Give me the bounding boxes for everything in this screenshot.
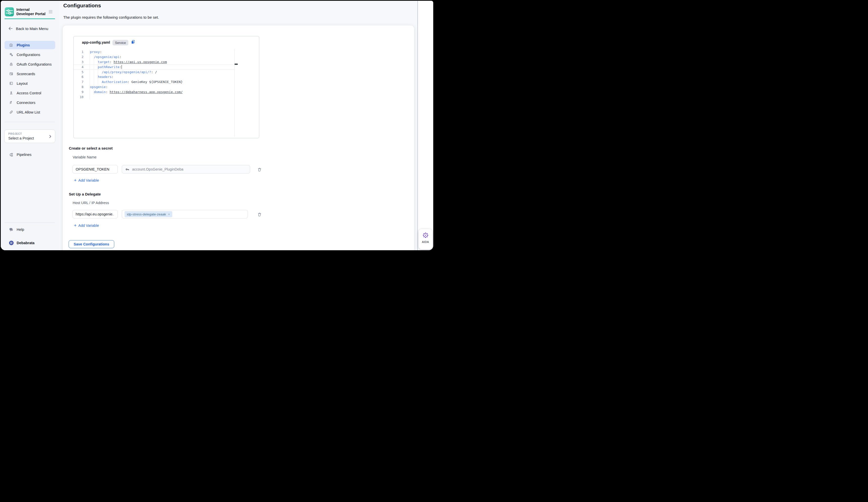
aida-label: AIDA bbox=[418, 240, 432, 244]
puzzle-icon bbox=[9, 43, 13, 47]
line-content: opsgenie: bbox=[90, 84, 108, 90]
brand-accent-rule bbox=[4, 18, 55, 19]
sidebar-item-plugins[interactable]: Plugins bbox=[4, 41, 55, 49]
delegate-tags-field[interactable]: idp-stress-delegate-zeaak × bbox=[122, 210, 248, 218]
key-icon bbox=[125, 167, 130, 172]
code-area[interactable]: 1proxy:2 /opsgenie/api:3 target: https:/… bbox=[74, 50, 259, 100]
person-icon bbox=[9, 91, 13, 95]
right-rail-divider bbox=[417, 1, 418, 250]
sidebar-item-layout[interactable]: Layout bbox=[4, 79, 55, 88]
secret-reference-value: account.OpsGenie_PluginDeba bbox=[132, 167, 183, 171]
code-line-6[interactable]: 6 headers: bbox=[74, 74, 234, 80]
aida-button[interactable]: AIDA bbox=[418, 229, 432, 249]
plus-icon: + bbox=[74, 178, 77, 183]
sidebar-item-oauth-configurations[interactable]: OAuth Configurations bbox=[4, 60, 55, 68]
help-label: Help bbox=[17, 227, 24, 232]
sidebar-item-configurations[interactable]: Configurations bbox=[4, 50, 55, 59]
variable-name-label: Variable Name bbox=[73, 155, 96, 159]
host-url-input[interactable] bbox=[72, 210, 118, 218]
scorecard-icon bbox=[9, 72, 13, 76]
code-line-10[interactable]: 10 bbox=[74, 95, 234, 100]
line-content: pathRewrite: bbox=[90, 64, 122, 70]
code-line-4[interactable]: 4 pathRewrite: bbox=[74, 64, 234, 70]
back-to-main-menu-label: Back to Main Menu bbox=[16, 27, 48, 31]
gears-icon bbox=[9, 52, 13, 57]
sidebar-item-pipelines[interactable]: Pipelines bbox=[4, 151, 55, 159]
line-number: 2 bbox=[74, 54, 83, 60]
arrow-left-icon bbox=[8, 26, 13, 31]
delete-delegate-row-button[interactable] bbox=[257, 212, 262, 217]
code-line-5[interactable]: 5 /api/proxy/opsgenie/api/?: / bbox=[74, 70, 234, 75]
code-line-3[interactable]: 3 target: https://api.us.opsgenie.com bbox=[74, 60, 234, 64]
line-number: 10 bbox=[74, 95, 83, 100]
sidebar-item-scorecards[interactable]: Scorecards bbox=[4, 70, 55, 78]
sidebar-item-url-allow-list[interactable]: URL Allow List bbox=[4, 108, 55, 116]
plus-icon: + bbox=[74, 223, 77, 228]
delegate-section-heading: Set Up a Delegate bbox=[69, 192, 101, 196]
editor-scroll-thumb[interactable] bbox=[235, 64, 238, 65]
page-subtitle: The plugin requires the following config… bbox=[63, 15, 159, 19]
app-window: Internal Developer Portal Back to Main M… bbox=[1, 1, 433, 250]
line-number: 9 bbox=[74, 90, 83, 95]
copy-icon[interactable] bbox=[131, 40, 135, 44]
page-title: Configurations bbox=[63, 2, 101, 9]
line-number: 7 bbox=[74, 80, 83, 84]
secret-section-heading: Create or select a secret bbox=[69, 146, 113, 150]
code-line-7[interactable]: 7 Authorization: GenieKey ${OPSGENIE_TOK… bbox=[74, 80, 234, 84]
line-content: headers: bbox=[90, 74, 114, 80]
delegate-tag-chip: idp-stress-delegate-zeaak × bbox=[125, 211, 172, 217]
editor-filename: app-config.yaml bbox=[82, 40, 110, 44]
user-name: Debabrata bbox=[17, 241, 34, 245]
project-selector[interactable]: PROJECT Select a Project bbox=[4, 130, 55, 143]
add-variable-button-delegate[interactable]: + Add Variable bbox=[74, 223, 99, 228]
add-variable-button-secret[interactable]: + Add Variable bbox=[74, 178, 99, 183]
line-content: proxy: bbox=[90, 50, 102, 54]
remove-tag-icon[interactable]: × bbox=[168, 212, 170, 216]
user-avatar: D bbox=[9, 240, 14, 246]
project-value: Select a Project bbox=[8, 136, 34, 140]
editor-scroll-track bbox=[234, 49, 235, 137]
project-label: PROJECT bbox=[8, 132, 22, 135]
sidebar-item-label: Layout bbox=[17, 81, 28, 85]
line-content: target: https://api.us.opsgenie.com bbox=[90, 60, 167, 64]
save-configurations-button[interactable]: Save Configurations bbox=[69, 240, 114, 248]
sidebar-item-connectors[interactable]: Connectors bbox=[4, 99, 55, 107]
pipelines-label: Pipelines bbox=[17, 153, 32, 157]
host-url-label: Host URL / IP Address bbox=[73, 201, 109, 205]
app-switcher-icon[interactable] bbox=[49, 10, 53, 14]
sidebar-nav: PluginsConfigurationsOAuth Configuration… bbox=[4, 41, 55, 117]
code-line-9[interactable]: 9 domain: https://debaharness.app.opsgen… bbox=[74, 90, 234, 95]
secret-reference-field[interactable]: account.OpsGenie_PluginDeba bbox=[122, 165, 250, 174]
sidebar-item-label: Configurations bbox=[17, 53, 40, 57]
app-title: Internal Developer Portal bbox=[17, 8, 48, 16]
lock-icon bbox=[9, 62, 13, 66]
code-line-8[interactable]: 8opsgenie: bbox=[74, 84, 234, 90]
user-menu[interactable]: D Debabrata bbox=[4, 239, 55, 247]
aida-flower-icon bbox=[422, 232, 429, 239]
sidebar-item-label: OAuth Configurations bbox=[17, 62, 52, 66]
code-line-1[interactable]: 1proxy: bbox=[74, 50, 234, 54]
line-number: 1 bbox=[74, 50, 83, 54]
help-chat-icon: ? bbox=[9, 227, 14, 232]
line-number: 6 bbox=[74, 74, 83, 80]
delete-secret-row-button[interactable] bbox=[257, 167, 262, 172]
help-button[interactable]: ? Help bbox=[4, 226, 55, 234]
variable-name-input[interactable] bbox=[72, 165, 118, 174]
line-content: domain: https://debaharness.app.opsgenie… bbox=[90, 90, 183, 95]
sidebar-item-access-control[interactable]: Access Control bbox=[4, 89, 55, 97]
sidebar-item-label: Access Control bbox=[17, 91, 41, 95]
line-content: Authorization: GenieKey ${OPSGENIE_TOKEN… bbox=[90, 80, 183, 84]
sidebar-item-label: Scorecards bbox=[17, 72, 35, 76]
sidebar-item-label: Connectors bbox=[17, 101, 35, 105]
svg-text:?: ? bbox=[10, 228, 11, 230]
line-number: 4 bbox=[74, 64, 83, 70]
text-cursor bbox=[122, 65, 122, 69]
chevron-right-icon bbox=[48, 134, 52, 139]
line-content: /api/proxy/opsgenie/api/?: / bbox=[90, 70, 157, 75]
service-badge: Service bbox=[113, 40, 128, 45]
line-number: 8 bbox=[74, 84, 83, 90]
line-number: 5 bbox=[74, 70, 83, 75]
yaml-editor[interactable]: app-config.yaml Service 1proxy:2 /opsgen… bbox=[73, 36, 259, 138]
back-to-main-menu-button[interactable]: Back to Main Menu bbox=[4, 25, 55, 32]
code-line-2[interactable]: 2 /opsgenie/api: bbox=[74, 54, 234, 60]
